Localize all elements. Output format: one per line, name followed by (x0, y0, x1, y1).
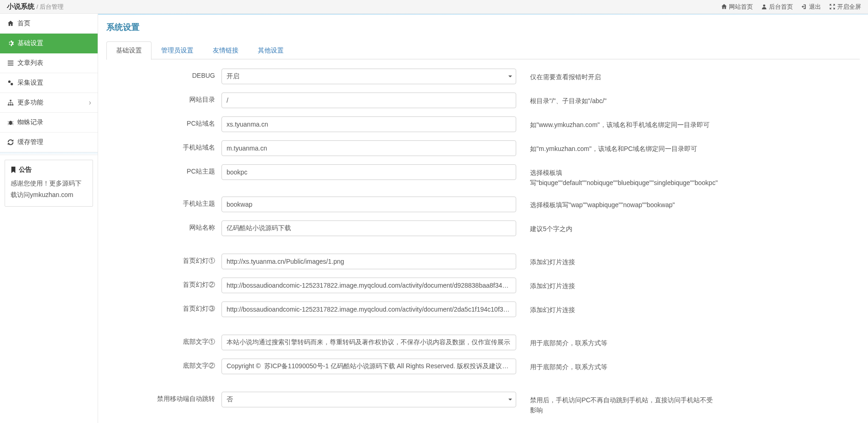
input-site-name[interactable] (221, 220, 516, 236)
svg-rect-1 (8, 61, 13, 62)
bookmark-icon (11, 167, 16, 173)
nav-admin-home[interactable]: 后台首页 (761, 3, 793, 11)
svg-point-0 (763, 5, 765, 7)
row-footer2: 底部文字② 用于底部简介，联系方式等 (111, 359, 855, 374)
sidebar-item-more[interactable]: 更多功能 (0, 93, 98, 113)
row-pc-domain: PC站域名 如"www.ymkuzhan.com"，该域名和手机域名绑定同一目录… (111, 116, 855, 132)
brand-sub: / 后台管理 (36, 3, 64, 10)
user-icon (761, 4, 767, 10)
row-slide1: 首页幻灯① 添加幻灯片连接 (111, 254, 855, 269)
spacer (111, 382, 855, 387)
sidebar-item-label: 基础设置 (17, 39, 43, 47)
row-m-theme: 手机站主题 选择模板填写"wap""wapbiquge""nowap""book… (111, 197, 855, 212)
input-pc-theme[interactable] (221, 164, 516, 180)
notice-title: 公告 (19, 166, 32, 174)
label-pc-theme: PC站主题 (111, 164, 221, 176)
svg-point-4 (8, 81, 11, 83)
label-footer1: 底部文字① (111, 335, 221, 346)
input-footer2[interactable] (221, 359, 516, 374)
select-value: 否 (227, 395, 233, 404)
label-slide1: 首页幻灯① (111, 254, 221, 265)
sidebar-item-cache[interactable]: 缓存管理 (0, 133, 98, 152)
svg-rect-7 (8, 104, 10, 106)
nav-logout-label: 退出 (809, 3, 821, 11)
row-debug: DEBUG 开启 仅在需要查看报错时开启 (111, 69, 855, 84)
tab-label: 管理员设置 (161, 46, 193, 54)
brand: 小说系统 / 后台管理 (7, 2, 64, 11)
sidebar-item-articles[interactable]: 文章列表 (0, 53, 98, 73)
svg-point-10 (9, 121, 12, 125)
tab-links[interactable]: 友情链接 (203, 41, 248, 60)
sidebar-item-label: 缓存管理 (17, 138, 43, 146)
input-footer1[interactable] (221, 335, 516, 350)
nav-site-home-label: 网站首页 (729, 3, 753, 11)
tab-admin[interactable]: 管理员设置 (151, 41, 203, 60)
spacer (111, 325, 855, 330)
sidebar-divider (0, 152, 98, 155)
input-m-theme[interactable] (221, 197, 516, 212)
notice-body: 感谢您使用！更多源码下载访问ymkuzhan.com (11, 178, 87, 201)
help-pc-theme: 选择模板填写"biquge""default""nobiquge""bluebi… (516, 164, 714, 188)
help-m-domain: 如"m.ymkuzhan.com"，该域名和PC域名绑定同一目录即可 (516, 140, 697, 154)
sidebar-item-basic[interactable]: 基础设置 (0, 34, 98, 53)
help-pc-domain: 如"www.ymkuzhan.com"，该域名和手机域名绑定同一目录即可 (516, 116, 710, 130)
label-disable-jump: 禁用移动端自动跳转 (111, 392, 221, 403)
tab-basic[interactable]: 基础设置 (106, 41, 151, 60)
home-icon (7, 20, 14, 27)
row-webdir: 网站目录 根目录"/"、子目录如"/abc/" (111, 93, 855, 108)
tab-other[interactable]: 其他设置 (248, 41, 293, 60)
nav-site-home[interactable]: 网站首页 (721, 3, 753, 11)
label-debug: DEBUG (111, 69, 221, 79)
refresh-icon (7, 139, 14, 145)
svg-rect-9 (12, 104, 14, 106)
sitemap-icon (7, 99, 14, 106)
input-slide3[interactable] (221, 301, 516, 317)
label-slide3: 首页幻灯③ (111, 301, 221, 313)
input-webdir[interactable] (221, 93, 516, 108)
input-slide2[interactable] (221, 278, 516, 293)
help-footer1: 用于底部简介，联系方式等 (516, 335, 607, 348)
help-slide3: 添加幻灯片连接 (516, 301, 575, 315)
sidebar-item-label: 更多功能 (17, 99, 43, 107)
svg-rect-6 (10, 100, 12, 101)
tab-label: 友情链接 (213, 46, 239, 54)
sidebar-item-spider[interactable]: 蜘蛛记录 (0, 113, 98, 133)
brand-title: 小说系统 (7, 2, 35, 10)
logout-icon (801, 4, 807, 10)
home-icon (721, 4, 727, 10)
nav-logout[interactable]: 退出 (801, 3, 821, 11)
nav-admin-home-label: 后台首页 (769, 3, 793, 11)
notice-box: 公告 感谢您使用！更多源码下载访问ymkuzhan.com (5, 160, 93, 207)
row-site-name: 网站名称 建议5个字之内 (111, 220, 855, 236)
row-slide2: 首页幻灯② 添加幻灯片连接 (111, 278, 855, 293)
sidebar: 首页 基础设置 文章列表 采集设置 更多功能 蜘蛛记录 缓存管理 (0, 14, 98, 423)
sidebar-item-collect[interactable]: 采集设置 (0, 73, 98, 93)
input-m-domain[interactable] (221, 140, 516, 156)
label-m-domain: 手机站域名 (111, 140, 221, 152)
help-disable-jump: 禁用后，手机访问PC不再自动跳到手机站，直接访问手机站不受影响 (516, 392, 714, 416)
svg-rect-8 (10, 104, 12, 106)
label-slide2: 首页幻灯② (111, 278, 221, 289)
label-site-name: 网站名称 (111, 220, 221, 232)
input-pc-domain[interactable] (221, 116, 516, 132)
nav-fullscreen[interactable]: 开启全屏 (829, 3, 861, 11)
row-footer1: 底部文字① 用于底部简介，联系方式等 (111, 335, 855, 350)
help-m-theme: 选择模板填写"wap""wapbiquge""nowap""bookwap" (516, 197, 675, 210)
select-disable-jump[interactable]: 否 (221, 392, 516, 407)
row-slide3: 首页幻灯③ 添加幻灯片连接 (111, 301, 855, 317)
gears-icon (7, 80, 14, 86)
label-webdir: 网站目录 (111, 93, 221, 104)
notice-title-row: 公告 (11, 166, 87, 174)
form: DEBUG 开启 仅在需要查看报错时开启 网站目录 根目录"/"、子目录如"/a… (106, 59, 860, 423)
input-slide1[interactable] (221, 254, 516, 269)
row-disable-jump: 禁用移动端自动跳转 否 禁用后，手机访问PC不再自动跳到手机站，直接访问手机站不… (111, 392, 855, 416)
fullscreen-icon (829, 4, 835, 10)
nav-fullscreen-label: 开启全屏 (837, 3, 861, 11)
help-webdir: 根目录"/"、子目录如"/abc/" (516, 93, 606, 106)
page-title: 系统设置 (106, 22, 860, 33)
row-pc-theme: PC站主题 选择模板填写"biquge""default""nobiquge""… (111, 164, 855, 188)
gear-icon (7, 40, 14, 46)
help-slide2: 添加幻灯片连接 (516, 278, 575, 291)
sidebar-item-home[interactable]: 首页 (0, 14, 98, 34)
select-debug[interactable]: 开启 (221, 69, 516, 84)
